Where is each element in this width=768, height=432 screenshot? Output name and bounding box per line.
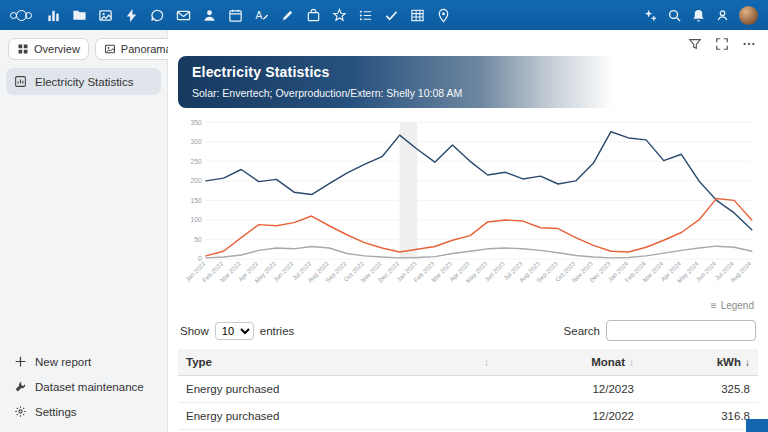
calendar-icon[interactable]	[228, 8, 243, 23]
cell-monat: 12/2023	[497, 376, 642, 403]
dataset-maintenance-button[interactable]: Dataset maintenance	[6, 374, 161, 399]
show-label: Show	[180, 325, 209, 337]
legend-icon: ≡	[711, 300, 717, 311]
cell-type: Energy purchased	[178, 403, 497, 430]
star-icon[interactable]	[332, 8, 347, 23]
search-label: Search	[564, 325, 600, 337]
new-report-label: New report	[35, 356, 91, 368]
mail-icon[interactable]	[176, 8, 191, 23]
panorama-icon	[104, 43, 116, 55]
table-controls: Show 10 entries Search	[178, 320, 758, 341]
sidebar-item-electricity-statistics[interactable]: Electricity Statistics	[6, 68, 161, 95]
series-solar-line	[206, 198, 752, 255]
tasks-icon[interactable]	[358, 8, 373, 23]
user-avatar[interactable]	[739, 6, 758, 25]
scrollbar-corner[interactable]	[746, 419, 768, 432]
pen-icon[interactable]	[280, 8, 295, 23]
page-size-select[interactable]: 10	[215, 322, 254, 340]
notes-icon[interactable]: A	[254, 8, 269, 23]
top-bar: A	[0, 0, 768, 30]
gear-icon	[14, 405, 27, 418]
photos-icon[interactable]	[98, 8, 113, 23]
plus-icon	[14, 355, 27, 368]
report-icon	[14, 75, 27, 88]
check-icon[interactable]	[384, 8, 399, 23]
nextcloud-logo[interactable]	[10, 10, 32, 21]
topbar-right	[643, 6, 758, 25]
column-header-monat[interactable]: Monat ↕	[497, 349, 642, 376]
svg-text:150: 150	[191, 197, 202, 204]
svg-text:300: 300	[191, 138, 202, 145]
sidebar-bottom: New report Dataset maintenance Settings	[0, 345, 167, 432]
page-title: Electricity Statistics	[192, 64, 744, 80]
settings-button[interactable]: Settings	[6, 399, 161, 424]
electricity-chart: 050100150200250300350Jan 2022Feb 2022Mar…	[178, 114, 758, 300]
legend-toggle[interactable]: ≡ Legend	[178, 300, 758, 311]
sort-icon-type[interactable]: ↕	[484, 357, 489, 368]
chart-svg: 050100150200250300350Jan 2022Feb 2022Mar…	[178, 114, 758, 300]
assistant-icon[interactable]	[643, 8, 658, 23]
svg-text:A: A	[255, 10, 262, 21]
overview-label: Overview	[34, 43, 80, 55]
grid-icon	[17, 43, 29, 55]
sidebar-tabs: Overview Panoramas	[0, 30, 167, 66]
files-icon[interactable]	[72, 8, 87, 23]
deck-icon[interactable]	[306, 8, 321, 23]
cell-type: Energy purchased	[178, 376, 497, 403]
svg-text:200: 200	[191, 177, 202, 184]
overview-button[interactable]: Overview	[8, 38, 89, 60]
svg-text:250: 250	[191, 158, 202, 165]
cell-kwh: 325.8	[642, 376, 758, 403]
sort-icon-kwh[interactable]: ↓	[745, 357, 750, 368]
svg-text:350: 350	[191, 119, 202, 126]
report-toolbar	[178, 30, 758, 53]
search-icon[interactable]	[667, 8, 682, 23]
more-options-icon[interactable]	[742, 37, 756, 51]
activity-icon[interactable]	[124, 8, 139, 23]
app-navigation: A	[46, 8, 451, 23]
filter-icon[interactable]	[688, 37, 702, 51]
dataset-maintenance-label: Dataset maintenance	[35, 381, 144, 393]
main-content: Electricity Statistics Solar: Envertech;…	[168, 30, 768, 432]
contacts-menu-icon[interactable]	[715, 8, 730, 23]
new-report-button[interactable]: New report	[6, 349, 161, 374]
svg-text:50: 50	[194, 236, 202, 243]
search-input[interactable]	[606, 320, 756, 341]
fullscreen-icon[interactable]	[715, 37, 729, 51]
notifications-icon[interactable]	[691, 8, 706, 23]
report-header: Electricity Statistics Solar: Envertech;…	[178, 56, 758, 108]
column-header-type[interactable]: Type ↕	[178, 349, 497, 376]
sort-icon-monat[interactable]: ↕	[629, 357, 634, 368]
table-row[interactable]: Energy purchased12/2023325.8	[178, 376, 758, 403]
legend-label: Legend	[721, 300, 754, 311]
cell-kwh: 316.8	[642, 403, 758, 430]
settings-label: Settings	[35, 406, 77, 418]
column-header-kwh[interactable]: kWh ↓	[642, 349, 758, 376]
contacts-icon[interactable]	[202, 8, 217, 23]
entries-label: entries	[260, 325, 295, 337]
tables-icon[interactable]	[410, 8, 425, 23]
maps-icon[interactable]	[436, 8, 451, 23]
sidebar: Overview Panoramas Electricity Statistic…	[0, 30, 168, 432]
series-overproduction-extern-line	[206, 246, 752, 258]
cell-monat: 12/2022	[497, 403, 642, 430]
wrench-icon	[14, 380, 27, 393]
report-subtitle: Solar: Envertech; Overproduction/Extern:…	[192, 87, 744, 99]
table-row[interactable]: Energy purchased12/2022316.8	[178, 403, 758, 430]
results-table: Type ↕ Monat ↕ kWh ↓	[178, 349, 758, 432]
svg-text:100: 100	[191, 216, 202, 223]
analytics-icon[interactable]	[46, 8, 61, 23]
report-label: Electricity Statistics	[35, 76, 133, 88]
talk-icon[interactable]	[150, 8, 165, 23]
